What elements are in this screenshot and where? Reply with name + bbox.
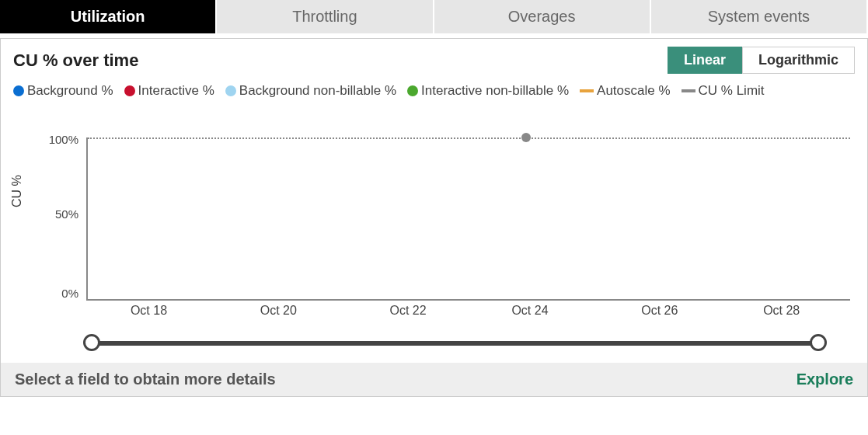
explore-button[interactable]: Explore xyxy=(797,371,853,388)
scale-log-button[interactable]: Logarithmic xyxy=(742,47,855,74)
legend-background-nb[interactable]: Background non-billable % xyxy=(225,83,396,99)
chart-panel: CU % over time Linear Logarithmic Backgr… xyxy=(0,38,868,397)
scale-toggle: Linear Logarithmic xyxy=(668,47,855,74)
legend-autoscale[interactable]: Autoscale % xyxy=(580,83,671,99)
circle-icon xyxy=(225,85,236,96)
legend-background[interactable]: Background % xyxy=(13,83,113,99)
legend-interactive[interactable]: Interactive % xyxy=(124,83,214,99)
y-tick-100: 100% xyxy=(41,133,78,146)
x-tick: Oct 28 xyxy=(763,304,800,318)
scale-linear-button[interactable]: Linear xyxy=(668,47,742,74)
plot-area[interactable]: Oct 18 Oct 20 Oct 22 Oct 24 Oct 26 Oct 2… xyxy=(86,137,850,301)
circle-icon xyxy=(124,85,135,96)
footer-hint: Select a field to obtain more details xyxy=(15,371,276,388)
panel-footer: Select a field to obtain more details Ex… xyxy=(1,363,867,396)
legend-interactive-nb[interactable]: Interactive non-billable % xyxy=(407,83,569,99)
slider-track xyxy=(94,341,816,346)
x-tick: Oct 26 xyxy=(641,304,678,318)
tab-utilization[interactable]: Utilization xyxy=(0,0,217,33)
x-tick: Oct 20 xyxy=(260,304,297,318)
time-range-slider[interactable] xyxy=(86,332,824,355)
y-axis-label: CU % xyxy=(10,175,24,207)
slider-handle-start[interactable] xyxy=(83,334,100,351)
y-tick-50: 50% xyxy=(41,207,78,221)
circle-icon xyxy=(407,85,418,96)
x-tick: Oct 22 xyxy=(389,304,426,318)
circle-icon xyxy=(13,85,24,96)
tab-overages[interactable]: Overages xyxy=(434,0,651,33)
y-tick-0: 0% xyxy=(41,287,78,300)
line-icon xyxy=(682,89,695,92)
tab-system-events[interactable]: System events xyxy=(651,0,868,33)
x-tick: Oct 18 xyxy=(131,304,167,318)
tab-throttling[interactable]: Throttling xyxy=(217,0,434,33)
x-tick: Oct 24 xyxy=(511,304,548,318)
tab-bar: Utilization Throttling Overages System e… xyxy=(0,0,868,33)
chart-title: CU % over time xyxy=(13,50,138,71)
line-icon xyxy=(580,89,594,92)
legend-cu-limit[interactable]: CU % Limit xyxy=(682,83,765,99)
slider-handle-end[interactable] xyxy=(810,334,827,351)
chart-area[interactable]: CU % 100% 50% 0% Oct 18 Oct 20 Oct 22 Oc… xyxy=(13,114,855,324)
bar-series xyxy=(88,137,850,299)
legend: Background % Interactive % Background no… xyxy=(13,83,855,99)
